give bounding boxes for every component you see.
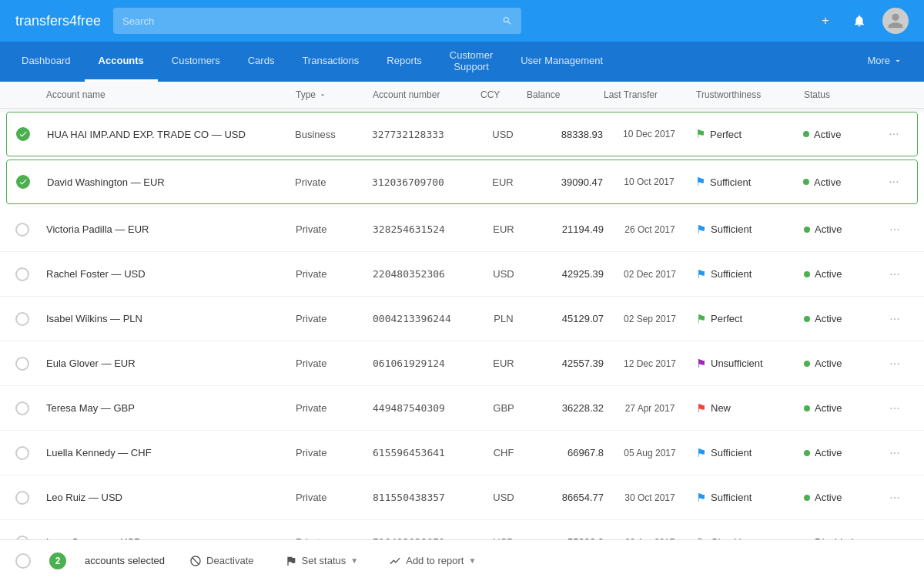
ccy: PLN — [480, 313, 527, 324]
set-status-button[interactable]: Set status ▼ — [279, 550, 365, 572]
ccy: EUR — [480, 358, 527, 369]
col-last-transfer: Last Transfer — [604, 89, 696, 100]
table-row: Isabel Wilkins — PLN Private 00042133962… — [0, 297, 924, 341]
selected-label: accounts selected — [85, 555, 165, 566]
account-number: 220480352306 — [373, 268, 480, 280]
ccy: EUR — [480, 176, 526, 188]
trust-flag-icon: ⚑ — [696, 491, 706, 505]
account-name: Rachel Foster — USD — [46, 268, 296, 280]
balance: 21194.49 — [527, 223, 604, 235]
account-number: 449487540309 — [373, 402, 480, 414]
account-name: Luella Kennedy — CHF — [46, 447, 296, 458]
ccy: EUR — [480, 223, 527, 235]
bottom-bar: 2 accounts selected Deactivate Set statu… — [0, 539, 924, 581]
deactivate-label: Deactivate — [206, 555, 253, 566]
search-icon — [502, 15, 512, 26]
search-input[interactable] — [122, 15, 496, 27]
set-status-chevron-icon: ▼ — [350, 556, 358, 565]
nav-item-cards[interactable]: Cards — [234, 42, 289, 82]
trust-label: Sufficient — [710, 176, 751, 188]
nav-item-dashboard[interactable]: Dashboard — [8, 42, 85, 82]
nav-item-customers[interactable]: Customers — [158, 42, 234, 82]
trust-flag-icon: ⚑ — [696, 446, 706, 460]
row-more-button[interactable]: ··· — [881, 401, 909, 415]
row-more-button[interactable]: ··· — [881, 223, 909, 237]
chevron-down-icon — [893, 56, 902, 65]
add-button[interactable]: + — [815, 10, 836, 32]
row-more-button[interactable]: ··· — [881, 312, 909, 326]
trust-flag-icon: ⚑ — [696, 223, 706, 237]
account-name: Victoria Padilla — EUR — [46, 223, 296, 235]
balance: 36228.32 — [527, 402, 604, 414]
status: Active — [804, 492, 881, 503]
nav-item-user-management[interactable]: User Management — [507, 42, 617, 82]
trust-label: Perfect — [711, 313, 742, 324]
trust-label: Sufficient — [711, 447, 752, 458]
account-type: Private — [296, 358, 373, 369]
flag-icon — [285, 555, 297, 567]
last-transfer: 30 Oct 2017 — [604, 492, 696, 503]
deactivate-button[interactable]: Deactivate — [183, 550, 259, 572]
nav-item-reports[interactable]: Reports — [373, 42, 436, 82]
nav-item-accounts[interactable]: Accounts — [85, 42, 158, 82]
account-type: Private — [296, 447, 373, 458]
row-more-button[interactable]: ··· — [881, 357, 909, 371]
status-label: Active — [815, 358, 842, 369]
status-dot-icon — [804, 227, 810, 233]
status-label: Active — [815, 447, 842, 458]
nav-item-customer-support[interactable]: CustomerSupport — [436, 42, 507, 82]
ccy: CHF — [480, 447, 527, 458]
ccy: USD — [480, 268, 527, 280]
row-checkbox[interactable] — [15, 491, 29, 505]
status: Active — [804, 268, 881, 280]
last-transfer: 10 Oct 2017 — [603, 176, 695, 187]
table-row: David Washington — EUR Private 312036709… — [6, 160, 918, 204]
table-row: Victoria Padilla — EUR Private 328254631… — [0, 207, 924, 252]
status: Active — [804, 358, 881, 369]
table-row: Eula Glover — EUR Private 061061929124 E… — [0, 341, 924, 386]
report-icon — [389, 555, 401, 567]
row-checkbox[interactable] — [16, 127, 30, 141]
row-checkbox[interactable] — [16, 175, 30, 189]
balance: 88338.93 — [526, 129, 603, 140]
col-type[interactable]: Type — [296, 89, 373, 100]
add-to-report-button[interactable]: Add to report ▼ — [383, 550, 482, 572]
sort-icon — [319, 91, 326, 99]
row-checkbox[interactable] — [15, 446, 29, 460]
status: Active — [803, 176, 880, 188]
trustworthiness: ⚑ Sufficient — [695, 175, 803, 189]
account-type: Private — [296, 492, 373, 503]
balance: 39090.47 — [526, 176, 603, 188]
logo: transfers4free — [15, 13, 101, 29]
row-checkbox[interactable] — [15, 357, 29, 371]
account-type: Private — [296, 223, 373, 235]
notifications-button[interactable] — [849, 10, 870, 32]
trustworthiness: ⚑ Sufficient — [696, 267, 804, 281]
select-all-checkbox[interactable] — [15, 553, 31, 569]
last-transfer: 12 Dec 2017 — [604, 358, 696, 369]
trust-flag-icon: ⚑ — [696, 401, 706, 415]
row-checkbox[interactable] — [15, 223, 29, 237]
table-row: Teresa May — GBP Private 449487540309 GB… — [0, 386, 924, 431]
status: Active — [804, 223, 881, 235]
trustworthiness: ⚑ New — [696, 401, 804, 415]
search-bar[interactable] — [113, 8, 521, 34]
row-checkbox[interactable] — [15, 312, 29, 326]
row-more-button[interactable]: ··· — [881, 267, 909, 281]
balance: 45129.07 — [527, 313, 604, 324]
nav-item-more[interactable]: More — [853, 42, 916, 82]
table-row: HUA HAI IMP.AND EXP. TRADE CO — USD Busi… — [6, 112, 918, 156]
table-row: Luella Kennedy — CHF Private 61559645364… — [0, 431, 924, 475]
status-label: Active — [814, 129, 841, 140]
row-more-button[interactable]: ··· — [880, 175, 908, 189]
col-status: Status — [804, 89, 881, 100]
row-checkbox[interactable] — [15, 267, 29, 281]
avatar[interactable] — [882, 8, 909, 34]
row-more-button[interactable]: ··· — [880, 127, 908, 141]
row-checkbox[interactable] — [15, 401, 29, 415]
row-more-button[interactable]: ··· — [881, 491, 909, 505]
row-more-button[interactable]: ··· — [881, 446, 909, 460]
nav-item-transactions[interactable]: Transactions — [288, 42, 373, 82]
table-header: Account name Type Account number CCY Bal… — [0, 82, 924, 109]
trustworthiness: ⚑ Perfect — [696, 312, 804, 326]
